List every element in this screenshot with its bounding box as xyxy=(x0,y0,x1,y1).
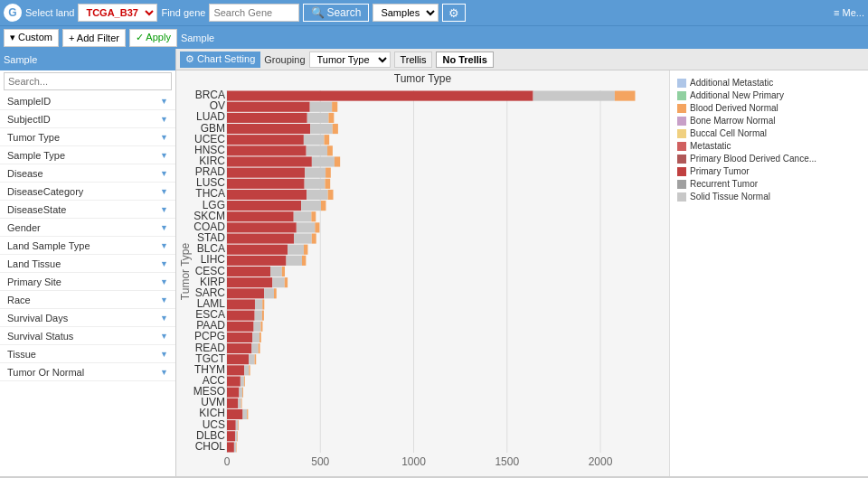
gear-button[interactable]: ⚙ xyxy=(442,4,466,22)
svg-rect-138 xyxy=(227,442,234,452)
sidebar-item[interactable]: DiseaseCategory▼ xyxy=(0,183,175,201)
legend-label-text: Additional Metastatic xyxy=(690,78,773,88)
svg-rect-140 xyxy=(236,442,237,452)
legend-item: Bone Marrow Normal xyxy=(677,116,861,126)
sidebar-search-wrap xyxy=(0,70,175,92)
sidebar-title: Sample xyxy=(4,54,37,65)
no-trellis-button[interactable]: No Trellis xyxy=(436,52,494,68)
legend-color-swatch xyxy=(677,117,686,126)
legend-label-text: Primary Tumor xyxy=(690,166,750,176)
svg-rect-90 xyxy=(227,311,255,321)
sidebar-item[interactable]: Land Tissue▼ xyxy=(0,255,175,273)
legend-color-swatch xyxy=(677,142,686,151)
sidebar-item[interactable]: DiseaseState▼ xyxy=(0,201,175,219)
search-button[interactable]: 🔍 Search xyxy=(303,4,369,22)
select-land-label: Select land xyxy=(25,7,74,18)
svg-rect-63 xyxy=(294,233,312,243)
custom-button[interactable]: ▾ Custom xyxy=(4,29,59,47)
svg-rect-11 xyxy=(533,91,615,101)
svg-rect-27 xyxy=(304,135,325,145)
svg-rect-34 xyxy=(227,156,312,166)
tumor-type-select[interactable]: Tumor Type xyxy=(309,52,391,68)
sidebar-item[interactable]: Land Sample Type▼ xyxy=(0,237,175,255)
svg-rect-103 xyxy=(251,343,258,353)
svg-rect-99 xyxy=(252,333,259,342)
svg-rect-44 xyxy=(325,179,330,189)
svg-rect-136 xyxy=(237,431,238,441)
apply-button[interactable]: ✓ Apply xyxy=(129,29,177,47)
svg-rect-100 xyxy=(259,333,261,342)
svg-rect-15 xyxy=(310,102,332,112)
legend-label-text: Blood Derived Normal xyxy=(690,103,778,113)
grouping-label: Grouping xyxy=(264,54,305,65)
search-icon: 🔍 xyxy=(311,6,325,19)
legend-item: Buccal Cell Normal xyxy=(677,128,861,138)
svg-rect-87 xyxy=(255,299,262,309)
sidebar-item[interactable]: Tumor Or Normal▼ xyxy=(0,363,175,381)
chart-title: Tumor Type xyxy=(180,70,665,87)
legend-color-swatch xyxy=(677,167,686,176)
sidebar-item[interactable]: Tissue▼ xyxy=(0,345,175,363)
svg-rect-66 xyxy=(227,245,288,255)
svg-rect-54 xyxy=(227,211,294,221)
sidebar-item[interactable]: Primary Site▼ xyxy=(0,273,175,291)
svg-rect-58 xyxy=(227,222,297,232)
svg-rect-72 xyxy=(302,256,306,266)
sidebar-item[interactable]: Disease▼ xyxy=(0,164,175,183)
svg-rect-116 xyxy=(244,376,245,386)
svg-rect-82 xyxy=(227,288,264,298)
find-gene-label: Find gene xyxy=(161,7,205,18)
legend-label-text: Bone Marrow Normal xyxy=(690,116,775,126)
svg-rect-36 xyxy=(335,156,340,166)
svg-rect-134 xyxy=(227,431,235,441)
legend-item: Metastatic xyxy=(677,141,861,151)
svg-rect-10 xyxy=(227,91,533,101)
sidebar-item[interactable]: Tumor Type▼ xyxy=(0,128,175,146)
svg-rect-96 xyxy=(260,322,262,332)
svg-rect-75 xyxy=(270,267,282,276)
legend-color-swatch xyxy=(677,180,686,189)
svg-text:0: 0 xyxy=(224,455,231,468)
add-filter-button[interactable]: + Add Filter xyxy=(62,29,126,47)
menu-button[interactable]: ≡ Me... xyxy=(834,7,864,18)
legend-color-swatch xyxy=(677,91,686,100)
svg-rect-51 xyxy=(301,201,321,211)
chart-toolbar: ⚙ Chart Setting Grouping Tumor Type Trel… xyxy=(176,49,868,70)
svg-rect-12 xyxy=(615,91,636,101)
sidebar-item[interactable]: Gender▼ xyxy=(0,219,175,237)
sidebar-item[interactable]: Survival Days▼ xyxy=(0,309,175,327)
svg-rect-42 xyxy=(227,179,305,189)
legend-label-text: Buccal Cell Normal xyxy=(690,128,767,138)
legend-item: Blood Derived Normal xyxy=(677,103,861,113)
svg-rect-106 xyxy=(227,354,249,364)
svg-rect-124 xyxy=(241,398,242,408)
legend-item: Solid Tissue Normal xyxy=(677,192,861,202)
svg-rect-123 xyxy=(238,398,241,408)
sidebar-item[interactable]: SampleID▼ xyxy=(0,92,175,110)
svg-rect-20 xyxy=(328,113,334,123)
second-toolbar: ▾ Custom + Add Filter ✓ Apply Sample xyxy=(0,25,868,49)
svg-rect-102 xyxy=(227,343,251,353)
legend-item: Additional New Primary xyxy=(677,90,861,100)
sidebar-item[interactable]: SubjectID▼ xyxy=(0,110,175,128)
samples-select[interactable]: Samples xyxy=(373,4,439,22)
svg-rect-19 xyxy=(307,113,329,123)
chart-setting-button[interactable]: ⚙ Chart Setting xyxy=(180,52,260,68)
sidebar-search-input[interactable] xyxy=(4,72,172,90)
sidebar-item[interactable]: Survival Status▼ xyxy=(0,327,175,345)
land-select[interactable]: TCGA_B37 xyxy=(78,4,157,22)
sidebar-item[interactable]: Race▼ xyxy=(0,291,175,309)
svg-text:1000: 1000 xyxy=(401,455,426,468)
sidebar: Sample SampleID▼SubjectID▼Tumor Type▼Sam… xyxy=(0,49,176,476)
trellis-button[interactable]: Trellis xyxy=(394,52,433,68)
svg-rect-132 xyxy=(238,420,239,430)
svg-rect-22 xyxy=(227,124,310,134)
svg-rect-83 xyxy=(264,288,274,298)
svg-rect-70 xyxy=(227,256,287,266)
svg-rect-108 xyxy=(255,354,257,364)
svg-rect-91 xyxy=(255,311,262,321)
sidebar-item[interactable]: Sample Type▼ xyxy=(0,146,175,164)
svg-rect-67 xyxy=(288,245,304,255)
svg-rect-74 xyxy=(227,267,270,276)
gene-search-input[interactable] xyxy=(209,4,299,22)
